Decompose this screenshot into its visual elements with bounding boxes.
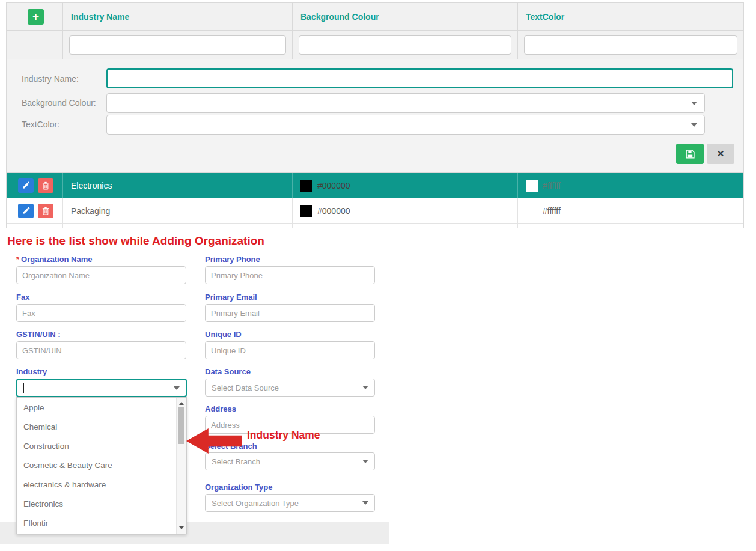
grid-inline-editor: Industry Name: Background Colour: TextCo… <box>7 59 743 173</box>
industries-grid: + Industry Name Background Colour TextCo… <box>6 2 744 228</box>
column-header-textcolor[interactable]: TextColor <box>518 3 743 30</box>
chevron-down-icon <box>362 386 368 389</box>
address-label: Address <box>205 404 236 413</box>
textcolor-swatch <box>526 180 538 192</box>
pencil-icon <box>22 207 30 215</box>
industry-label: Industry <box>16 367 47 376</box>
table-row-packaging[interactable]: Packaging #000000 #ffffff <box>7 198 743 224</box>
chevron-down-icon <box>362 460 368 463</box>
scroll-down-icon[interactable] <box>179 526 184 529</box>
select-branch-select[interactable]: Select Branch <box>205 452 375 470</box>
primary-email-input[interactable] <box>205 304 375 322</box>
dropdown-item-apple[interactable]: Apple <box>17 398 171 417</box>
dropdown-item-construction[interactable]: Construction <box>17 436 171 455</box>
delete-row-button[interactable] <box>38 178 53 193</box>
dropdown-scrollbar[interactable] <box>176 398 186 534</box>
chevron-down-icon <box>691 102 697 105</box>
cell-background-colour: #000000 <box>293 173 518 198</box>
industry-combobox[interactable] <box>16 379 187 397</box>
table-row-electronics[interactable]: Electronics #000000 #ffffff <box>7 173 743 198</box>
edit-row-button[interactable] <box>18 204 34 218</box>
organization-type-label: Organization Type <box>205 483 272 492</box>
industry-dropdown-list: Apple Chemical Construction Cosmetic & B… <box>16 397 187 534</box>
pencil-icon <box>22 181 30 189</box>
dropdown-item-electranics-hardware[interactable]: electranics & hardware <box>17 475 171 494</box>
editor-textcolor-label: TextColor: <box>22 120 59 129</box>
column-header-industry-name[interactable]: Industry Name <box>63 3 293 30</box>
fax-input[interactable] <box>16 304 186 322</box>
chevron-down-icon <box>174 386 180 390</box>
textcolor-value: #ffffff <box>543 206 561 216</box>
dropdown-item-cosmetic[interactable]: Cosmetic & Beauty Care <box>17 455 171 475</box>
data-source-label: Data Source <box>205 367 251 376</box>
trash-icon <box>42 207 49 215</box>
filter-input-industry-name[interactable] <box>69 35 286 55</box>
editor-background-colour-label: Background Colour: <box>22 98 96 108</box>
trash-icon <box>42 181 49 190</box>
grid-header-row: + Industry Name Background Colour TextCo… <box>7 3 743 31</box>
gstin-input[interactable] <box>16 341 186 359</box>
filter-input-background-colour[interactable] <box>299 35 511 55</box>
text-cursor <box>23 383 24 393</box>
column-header-background-colour[interactable]: Background Colour <box>293 3 518 30</box>
cell-textcolor: #ffffff <box>518 173 743 198</box>
grid-header-actions: + <box>7 3 63 30</box>
fax-label: Fax <box>16 293 29 302</box>
scrollbar-thumb[interactable] <box>178 407 184 444</box>
primary-phone-label: Primary Phone <box>205 255 260 264</box>
plus-icon: + <box>32 10 39 24</box>
edit-row-button[interactable] <box>18 178 34 193</box>
background-colour-swatch <box>300 205 312 217</box>
grid-filter-row <box>7 31 743 59</box>
textcolor-value: #ffffff <box>543 181 561 190</box>
dropdown-item-filontir[interactable]: FIlontir <box>17 513 171 532</box>
background-colour-value: #000000 <box>317 181 350 190</box>
arrow-annotation-label: Industry Name <box>247 429 320 442</box>
save-button[interactable] <box>676 144 704 164</box>
cell-industry-name: Packaging <box>63 198 293 223</box>
filter-cell-actions <box>7 31 63 59</box>
textcolor-swatch <box>526 205 538 217</box>
editor-industry-name-label: Industry Name: <box>22 74 79 84</box>
cell-textcolor: #ffffff <box>518 198 743 223</box>
dropdown-item-electronics[interactable]: Electronics <box>17 494 171 513</box>
background-colour-swatch <box>300 180 312 192</box>
organization-type-placeholder: Select Organization Type <box>212 499 362 508</box>
scroll-up-icon[interactable] <box>179 402 184 405</box>
editor-industry-name-input[interactable] <box>106 68 733 88</box>
dropdown-item-chemical[interactable]: Chemical <box>17 417 171 436</box>
page: + Industry Name Background Colour TextCo… <box>0 0 756 551</box>
chevron-down-icon <box>362 501 368 505</box>
close-icon: ✕ <box>717 148 725 159</box>
unique-id-input[interactable] <box>205 341 375 359</box>
data-source-placeholder: Select Data Source <box>212 383 362 392</box>
cell-industry-name: Electronics <box>63 173 293 198</box>
required-asterisk: * <box>16 255 19 264</box>
cell-background-colour: #000000 <box>293 198 518 223</box>
primary-phone-input[interactable] <box>205 266 375 284</box>
data-source-select[interactable]: Select Data Source <box>205 379 375 397</box>
editor-textcolor-select[interactable] <box>106 115 705 135</box>
floppy-disk-icon <box>685 149 695 159</box>
gstin-label: GSTIN/UIN : <box>16 330 61 339</box>
annotation-heading: Here is the list show while Adding Organ… <box>7 234 264 248</box>
chevron-down-icon <box>691 123 697 127</box>
background-colour-value: #000000 <box>317 206 350 216</box>
grid-partial-row <box>7 224 743 228</box>
add-industry-button[interactable]: + <box>28 9 44 25</box>
filter-input-textcolor[interactable] <box>524 35 737 55</box>
organization-name-input[interactable] <box>16 266 186 284</box>
delete-row-button[interactable] <box>38 204 53 218</box>
unique-id-label: Unique ID <box>205 330 242 339</box>
editor-background-colour-select[interactable] <box>106 93 705 113</box>
select-branch-placeholder: Select Branch <box>212 457 362 466</box>
cancel-button[interactable]: ✕ <box>707 144 734 164</box>
organization-type-select[interactable]: Select Organization Type <box>205 494 375 512</box>
primary-email-label: Primary Email <box>205 293 257 302</box>
organization-name-label: *Organization Name <box>16 255 93 264</box>
